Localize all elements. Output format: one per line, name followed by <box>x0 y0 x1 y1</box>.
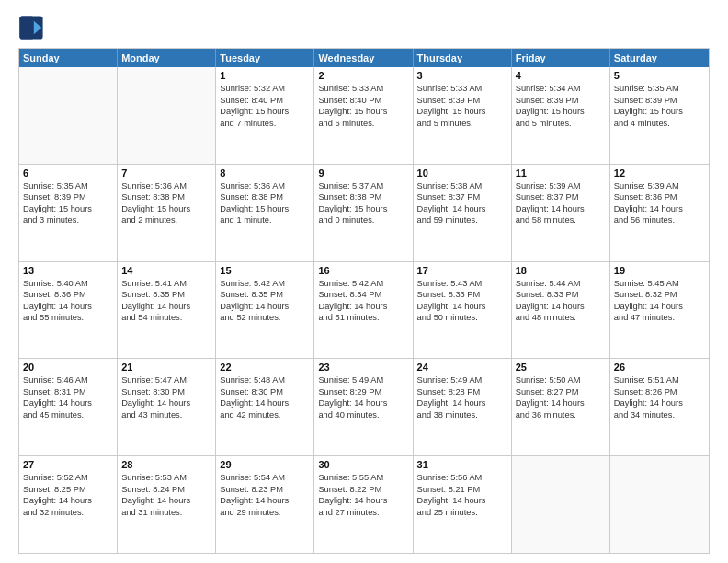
day-number: 2 <box>318 70 408 81</box>
cell-line: and 29 minutes. <box>220 507 310 519</box>
day-number: 19 <box>614 265 705 276</box>
cell-line: Sunrise: 5:47 AM <box>121 374 211 386</box>
cell-line: Daylight: 14 hours <box>121 301 211 313</box>
calendar-cell: 5Sunrise: 5:35 AMSunset: 8:39 PMDaylight… <box>610 67 709 164</box>
day-number: 20 <box>23 362 113 373</box>
calendar-cell: 23Sunrise: 5:49 AMSunset: 8:29 PMDayligh… <box>314 359 413 455</box>
cell-line: Sunset: 8:22 PM <box>318 484 408 496</box>
calendar-cell: 10Sunrise: 5:38 AMSunset: 8:37 PMDayligh… <box>414 165 512 261</box>
calendar-cell: 26Sunrise: 5:51 AMSunset: 8:26 PMDayligh… <box>610 359 709 455</box>
cell-line: Sunrise: 5:34 AM <box>516 83 606 95</box>
calendar-cell: 17Sunrise: 5:43 AMSunset: 8:33 PMDayligh… <box>414 262 512 359</box>
cell-line: Sunrise: 5:49 AM <box>318 374 408 386</box>
cell-line: Sunrise: 5:42 AM <box>220 278 310 290</box>
cell-line: Daylight: 14 hours <box>417 203 507 215</box>
cell-line: and 55 minutes. <box>23 312 113 324</box>
cell-line: Daylight: 14 hours <box>220 301 310 313</box>
cell-line: Sunset: 8:21 PM <box>417 484 507 496</box>
cell-line: and 3 minutes. <box>23 214 113 226</box>
cell-line: Sunrise: 5:38 AM <box>417 180 507 192</box>
cell-line: Sunset: 8:24 PM <box>121 484 211 496</box>
cell-line: Sunset: 8:36 PM <box>23 289 113 301</box>
cell-line: Sunset: 8:29 PM <box>318 386 408 398</box>
cell-line: and 58 minutes. <box>516 214 606 226</box>
cell-line: Daylight: 14 hours <box>417 301 507 313</box>
cell-line: Sunset: 8:27 PM <box>516 386 606 398</box>
cell-line: Sunset: 8:39 PM <box>417 95 507 107</box>
cell-line: Sunrise: 5:33 AM <box>318 83 408 95</box>
cell-line: Daylight: 14 hours <box>417 495 507 507</box>
calendar-cell: 11Sunrise: 5:39 AMSunset: 8:37 PMDayligh… <box>512 165 610 261</box>
cell-line: and 25 minutes. <box>417 507 507 519</box>
cell-line: and 40 minutes. <box>318 409 408 421</box>
cell-line: Daylight: 14 hours <box>121 495 211 507</box>
weekday-header: Thursday <box>414 49 512 67</box>
cell-line: Sunset: 8:31 PM <box>23 386 113 398</box>
cell-line: Sunset: 8:39 PM <box>614 95 705 107</box>
cell-line: Sunset: 8:40 PM <box>318 95 408 107</box>
calendar-cell: 24Sunrise: 5:49 AMSunset: 8:28 PMDayligh… <box>414 359 512 455</box>
calendar-cell: 6Sunrise: 5:35 AMSunset: 8:39 PMDaylight… <box>19 165 118 261</box>
cell-line: and 32 minutes. <box>23 507 113 519</box>
calendar-cell: 7Sunrise: 5:36 AMSunset: 8:38 PMDaylight… <box>118 165 216 261</box>
cell-line: Daylight: 14 hours <box>23 495 113 507</box>
cell-line: Daylight: 15 hours <box>220 203 310 215</box>
calendar-cell: 12Sunrise: 5:39 AMSunset: 8:36 PMDayligh… <box>610 165 709 261</box>
cell-line: and 59 minutes. <box>417 214 507 226</box>
calendar-header: SundayMondayTuesdayWednesdayThursdayFrid… <box>19 49 709 67</box>
cell-line: Sunrise: 5:35 AM <box>614 83 705 95</box>
cell-line: Sunset: 8:39 PM <box>516 95 606 107</box>
calendar-cell: 25Sunrise: 5:50 AMSunset: 8:27 PMDayligh… <box>512 359 610 455</box>
cell-line: and 50 minutes. <box>417 312 507 324</box>
cell-line: Daylight: 15 hours <box>318 106 408 118</box>
day-number: 8 <box>220 167 310 178</box>
calendar-cell: 1Sunrise: 5:32 AMSunset: 8:40 PMDaylight… <box>216 67 314 164</box>
header <box>18 15 710 40</box>
calendar-cell: 3Sunrise: 5:33 AMSunset: 8:39 PMDaylight… <box>414 67 512 164</box>
calendar-cell: 29Sunrise: 5:54 AMSunset: 8:23 PMDayligh… <box>216 456 314 553</box>
day-number: 16 <box>318 265 408 276</box>
cell-line: and 56 minutes. <box>614 214 705 226</box>
cell-line: Sunrise: 5:48 AM <box>220 374 310 386</box>
day-number: 25 <box>516 362 606 373</box>
calendar-cell: 16Sunrise: 5:42 AMSunset: 8:34 PMDayligh… <box>314 262 413 359</box>
cell-line: Sunset: 8:28 PM <box>417 386 507 398</box>
calendar-row: 13Sunrise: 5:40 AMSunset: 8:36 PMDayligh… <box>19 261 709 359</box>
cell-line: and 47 minutes. <box>614 312 705 324</box>
cell-line: Sunrise: 5:53 AM <box>121 472 211 484</box>
cell-line: Daylight: 15 hours <box>220 106 310 118</box>
day-number: 1 <box>220 70 310 81</box>
cell-line: and 31 minutes. <box>121 507 211 519</box>
calendar-cell: 4Sunrise: 5:34 AMSunset: 8:39 PMDaylight… <box>512 67 610 164</box>
calendar-cell: 28Sunrise: 5:53 AMSunset: 8:24 PMDayligh… <box>118 456 216 553</box>
cell-line: and 42 minutes. <box>220 409 310 421</box>
cell-line: Sunrise: 5:56 AM <box>417 472 507 484</box>
cell-line: Sunset: 8:30 PM <box>220 386 310 398</box>
cell-line: Sunrise: 5:39 AM <box>614 180 705 192</box>
cell-line: Daylight: 14 hours <box>318 301 408 313</box>
cell-line: and 1 minute. <box>220 214 310 226</box>
cell-line: Daylight: 15 hours <box>516 106 606 118</box>
cell-line: Sunset: 8:36 PM <box>614 191 705 203</box>
calendar-cell: 14Sunrise: 5:41 AMSunset: 8:35 PMDayligh… <box>118 262 216 359</box>
cell-line: Sunset: 8:38 PM <box>220 191 310 203</box>
calendar-body: 1Sunrise: 5:32 AMSunset: 8:40 PMDaylight… <box>19 67 709 553</box>
cell-line: Sunset: 8:38 PM <box>318 191 408 203</box>
cell-line: Sunrise: 5:54 AM <box>220 472 310 484</box>
cell-line: Sunrise: 5:43 AM <box>417 278 507 290</box>
cell-line: Sunset: 8:35 PM <box>220 289 310 301</box>
cell-line: and 27 minutes. <box>318 507 408 519</box>
day-number: 5 <box>614 70 705 81</box>
cell-line: Daylight: 14 hours <box>23 397 113 409</box>
calendar-row: 1Sunrise: 5:32 AMSunset: 8:40 PMDaylight… <box>19 67 709 164</box>
cell-line: Sunrise: 5:55 AM <box>318 472 408 484</box>
cell-line: Sunset: 8:37 PM <box>417 191 507 203</box>
cell-line: and 5 minutes. <box>417 118 507 130</box>
weekday-header: Sunday <box>19 49 118 67</box>
cell-line: and 52 minutes. <box>220 312 310 324</box>
day-number: 28 <box>121 459 211 470</box>
calendar-cell: 9Sunrise: 5:37 AMSunset: 8:38 PMDaylight… <box>314 165 413 261</box>
cell-line: Daylight: 14 hours <box>23 301 113 313</box>
cell-line: and 51 minutes. <box>318 312 408 324</box>
cell-line: Sunset: 8:33 PM <box>417 289 507 301</box>
